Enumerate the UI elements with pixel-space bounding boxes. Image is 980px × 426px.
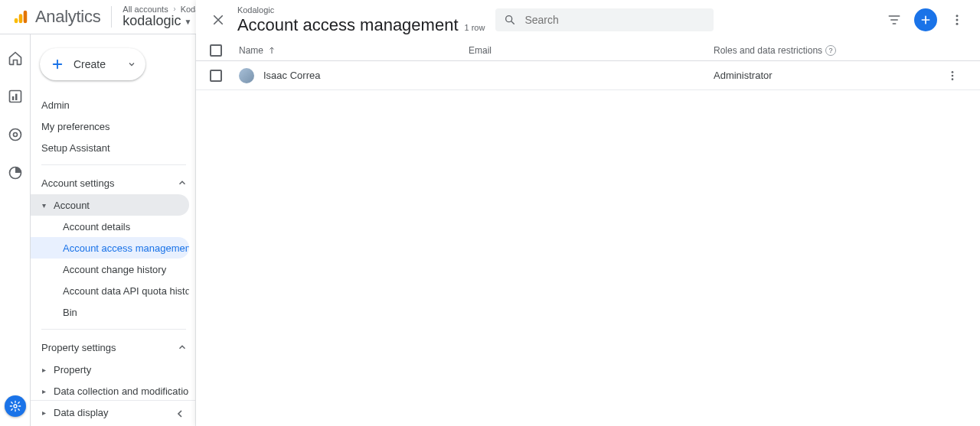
svg-rect-2 (24, 11, 28, 24)
add-user-button[interactable] (914, 8, 937, 31)
close-button[interactable] (210, 11, 227, 29)
column-header-name[interactable]: Name (239, 45, 469, 56)
help-icon[interactable]: ? (825, 45, 836, 56)
analytics-logo-icon (12, 8, 29, 25)
search-input[interactable] (524, 14, 706, 26)
create-button-label: Create (74, 58, 127, 70)
sidebar-item-account-change-history[interactable]: Account change history (31, 259, 189, 280)
sidebar-item-data-collection[interactable]: ▸ Data collection and modification (31, 380, 189, 402)
user-role: Administrator (714, 70, 773, 81)
sidebar-item-label: Property settings (41, 342, 116, 353)
sidebar-item-setup-assistant[interactable]: Setup Assistant (31, 137, 189, 158)
more-options-button[interactable] (948, 11, 966, 29)
sidebar-item-label: Account settings (41, 177, 114, 189)
chevron-right-icon (172, 6, 178, 12)
row-more-button[interactable] (943, 67, 962, 85)
user-name: Isaac Correa (263, 70, 320, 81)
sidebar-item-admin[interactable]: Admin (31, 94, 189, 115)
product-logo[interactable]: Analytics (12, 6, 112, 28)
collapse-sidebar-button[interactable] (31, 400, 195, 426)
close-icon (211, 13, 225, 27)
chevron-down-icon (127, 60, 136, 69)
svg-rect-5 (15, 94, 18, 100)
search-icon (503, 13, 517, 27)
svg-rect-4 (11, 96, 13, 100)
sidebar-item-property[interactable]: ▸ Property (31, 359, 189, 380)
svg-point-12 (956, 23, 959, 25)
settings-fab[interactable] (5, 395, 26, 417)
explore-icon[interactable] (7, 126, 24, 143)
column-label: Roles and data restrictions (714, 45, 822, 56)
product-name: Analytics (35, 7, 100, 27)
avatar (239, 68, 254, 83)
more-vertical-icon (946, 70, 959, 82)
sidebar-item-label: Account (54, 200, 90, 211)
filter-button[interactable] (885, 11, 903, 29)
chevron-up-icon (175, 340, 189, 354)
sidebar-group-property-settings[interactable]: Property settings (31, 336, 195, 359)
panel-header: Kodalogic Account access management 1 ro… (196, 0, 980, 40)
caret-right-icon: ▸ (38, 387, 49, 395)
create-button[interactable]: Create (40, 48, 145, 80)
divider (41, 164, 186, 165)
svg-point-6 (9, 129, 21, 141)
table-header: Name Email Roles and data restrictions ? (196, 40, 980, 61)
svg-point-11 (956, 19, 959, 21)
column-header-email[interactable]: Email (469, 45, 714, 56)
admin-sidebar: Create Admin My preferences Setup Assist… (31, 34, 196, 426)
sidebar-item-label: Data collection and modification (54, 385, 189, 397)
caret-right-icon: ▸ (38, 366, 49, 374)
sidebar-item-account-details[interactable]: Account details (31, 216, 189, 237)
main-panel: Kodalogic Account access management 1 ro… (196, 0, 980, 426)
panel-actions (885, 8, 966, 31)
table-row[interactable]: Isaac Correa Administrator (196, 61, 980, 90)
filter-icon (887, 12, 902, 28)
sidebar-group-account-settings[interactable]: Account settings (31, 171, 195, 194)
panel-breadcrumb: Kodalogic (237, 5, 485, 15)
row-count: 1 row (465, 23, 485, 33)
svg-point-10 (956, 15, 959, 17)
select-row-checkbox[interactable] (210, 70, 222, 82)
caret-down-icon: ▾ (38, 201, 49, 210)
svg-point-15 (952, 78, 954, 80)
chevron-up-icon (175, 176, 189, 190)
caret-down-icon: ▼ (184, 18, 191, 26)
reports-icon[interactable] (7, 88, 24, 105)
sidebar-item-my-preferences[interactable]: My preferences (31, 115, 189, 137)
page-title: Account access management (237, 15, 459, 34)
svg-point-16 (14, 405, 17, 408)
sort-ascending-icon (266, 45, 277, 56)
panel-title-block: Kodalogic Account access management 1 ro… (237, 5, 485, 34)
svg-point-9 (506, 16, 512, 22)
users-table: Name Email Roles and data restrictions ?… (196, 40, 980, 90)
svg-point-13 (952, 71, 954, 73)
sidebar-item-account[interactable]: ▾ Account (31, 194, 189, 216)
svg-point-7 (13, 133, 17, 137)
svg-rect-0 (15, 18, 18, 23)
chevron-left-icon (174, 408, 186, 420)
sidebar-item-bin[interactable]: Bin (31, 301, 189, 323)
home-icon[interactable] (7, 50, 24, 67)
select-all-checkbox[interactable] (210, 44, 222, 57)
sidebar-item-account-data-api-quota[interactable]: Account data API quota history (31, 280, 189, 301)
plus-icon (49, 56, 66, 73)
column-label: Email (469, 45, 492, 56)
left-rail (0, 34, 31, 426)
advertising-icon[interactable] (7, 164, 24, 181)
account-selector-label: kodalogic (122, 14, 181, 29)
divider (41, 329, 186, 330)
sidebar-item-account-access-management[interactable]: Account access management (31, 237, 189, 259)
svg-rect-1 (19, 14, 23, 23)
column-label: Name (239, 45, 263, 56)
plus-icon (920, 14, 932, 26)
search-field[interactable] (495, 8, 714, 31)
column-header-role[interactable]: Roles and data restrictions ? (714, 45, 943, 56)
sidebar-item-label: Property (54, 364, 91, 376)
svg-point-14 (952, 74, 954, 76)
more-vertical-icon (950, 13, 964, 27)
gear-icon (9, 400, 21, 412)
